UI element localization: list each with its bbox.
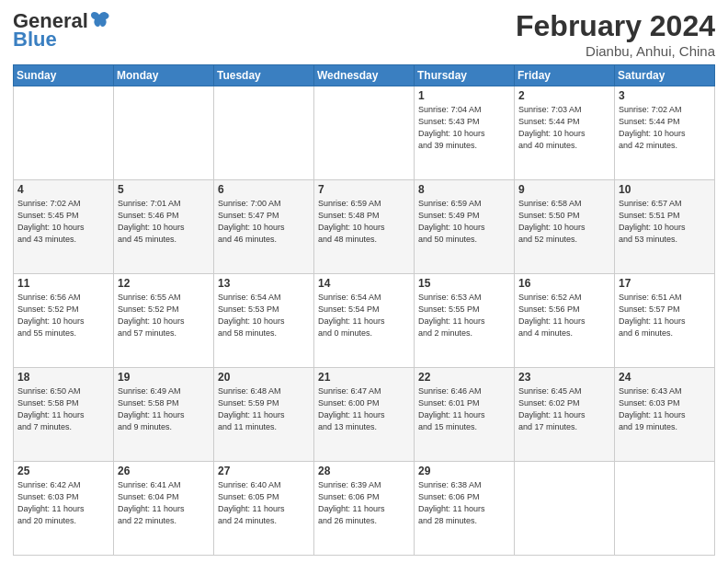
calendar-cell-0-6: 3Sunrise: 7:02 AM Sunset: 5:44 PM Daylig…	[615, 86, 715, 180]
calendar-cell-2-1: 12Sunrise: 6:55 AM Sunset: 5:52 PM Dayli…	[114, 274, 214, 368]
day-info: Sunrise: 6:51 AM Sunset: 5:57 PM Dayligh…	[619, 292, 711, 339]
day-info: Sunrise: 6:49 AM Sunset: 5:58 PM Dayligh…	[118, 385, 210, 433]
day-info: Sunrise: 6:45 AM Sunset: 6:02 PM Dayligh…	[518, 385, 610, 433]
calendar-cell-0-0	[14, 86, 114, 180]
day-info: Sunrise: 6:42 AM Sunset: 6:03 PM Dayligh…	[17, 479, 109, 527]
calendar-cell-2-5: 16Sunrise: 6:52 AM Sunset: 5:56 PM Dayli…	[515, 274, 615, 368]
day-number: 28	[318, 465, 410, 477]
day-info: Sunrise: 7:03 AM Sunset: 5:44 PM Dayligh…	[518, 104, 610, 152]
day-number: 12	[118, 277, 210, 290]
calendar-cell-0-4: 1Sunrise: 7:04 AM Sunset: 5:43 PM Daylig…	[415, 86, 515, 180]
day-info: Sunrise: 6:55 AM Sunset: 5:52 PM Dayligh…	[118, 292, 210, 339]
calendar-week-2: 11Sunrise: 6:56 AM Sunset: 5:52 PM Dayli…	[14, 274, 715, 368]
location: Dianbu, Anhui, China	[516, 43, 715, 59]
col-friday: Friday	[515, 65, 615, 86]
day-number: 23	[518, 371, 610, 384]
calendar-cell-4-0: 25Sunrise: 6:42 AM Sunset: 6:03 PM Dayli…	[14, 462, 114, 556]
calendar-week-1: 4Sunrise: 7:02 AM Sunset: 5:45 PM Daylig…	[14, 180, 715, 274]
day-number: 5	[118, 183, 210, 196]
day-number: 11	[17, 277, 109, 290]
day-number: 29	[418, 465, 510, 477]
day-info: Sunrise: 6:50 AM Sunset: 5:58 PM Dayligh…	[17, 385, 109, 433]
calendar-cell-1-4: 8Sunrise: 6:59 AM Sunset: 5:49 PM Daylig…	[415, 180, 515, 274]
logo-blue-text: Blue	[13, 28, 57, 52]
day-info: Sunrise: 7:04 AM Sunset: 5:43 PM Dayligh…	[418, 104, 510, 152]
calendar-cell-3-4: 22Sunrise: 6:46 AM Sunset: 6:01 PM Dayli…	[415, 368, 515, 462]
day-info: Sunrise: 6:52 AM Sunset: 5:56 PM Dayligh…	[518, 292, 610, 339]
day-number: 20	[218, 371, 310, 384]
day-info: Sunrise: 6:43 AM Sunset: 6:03 PM Dayligh…	[619, 385, 711, 433]
calendar-cell-3-5: 23Sunrise: 6:45 AM Sunset: 6:02 PM Dayli…	[515, 368, 615, 462]
logo-bird-icon	[90, 11, 110, 28]
day-number: 7	[318, 183, 410, 196]
day-info: Sunrise: 6:40 AM Sunset: 6:05 PM Dayligh…	[218, 479, 310, 527]
calendar-cell-2-0: 11Sunrise: 6:56 AM Sunset: 5:52 PM Dayli…	[14, 274, 114, 368]
day-number: 2	[518, 89, 610, 102]
day-info: Sunrise: 6:47 AM Sunset: 6:00 PM Dayligh…	[318, 385, 410, 433]
day-number: 15	[418, 277, 510, 290]
logo: General Blue	[13, 9, 110, 52]
day-number: 24	[619, 371, 711, 384]
day-number: 25	[17, 465, 109, 477]
calendar-week-0: 1Sunrise: 7:04 AM Sunset: 5:43 PM Daylig…	[14, 86, 715, 180]
day-number: 18	[17, 371, 109, 384]
day-number: 3	[619, 89, 711, 102]
day-info: Sunrise: 6:48 AM Sunset: 5:59 PM Dayligh…	[218, 385, 310, 433]
day-number: 17	[619, 277, 711, 290]
day-info: Sunrise: 6:46 AM Sunset: 6:01 PM Dayligh…	[418, 385, 510, 433]
calendar-cell-4-6	[615, 462, 715, 556]
day-number: 21	[318, 371, 410, 384]
day-info: Sunrise: 7:01 AM Sunset: 5:46 PM Dayligh…	[118, 198, 210, 246]
day-number: 22	[418, 371, 510, 384]
day-number: 1	[418, 89, 510, 102]
day-number: 8	[418, 183, 510, 196]
day-info: Sunrise: 6:57 AM Sunset: 5:51 PM Dayligh…	[619, 198, 711, 246]
calendar-cell-1-5: 9Sunrise: 6:58 AM Sunset: 5:50 PM Daylig…	[515, 180, 615, 274]
day-info: Sunrise: 6:59 AM Sunset: 5:48 PM Dayligh…	[318, 198, 410, 246]
col-wednesday: Wednesday	[314, 65, 415, 86]
calendar-table: Sunday Monday Tuesday Wednesday Thursday…	[13, 64, 715, 556]
day-number: 10	[619, 183, 711, 196]
calendar-week-3: 18Sunrise: 6:50 AM Sunset: 5:58 PM Dayli…	[14, 368, 715, 462]
calendar-cell-0-1	[114, 86, 214, 180]
calendar-cell-2-4: 15Sunrise: 6:53 AM Sunset: 5:55 PM Dayli…	[415, 274, 515, 368]
col-sunday: Sunday	[14, 65, 114, 86]
calendar-cell-1-3: 7Sunrise: 6:59 AM Sunset: 5:48 PM Daylig…	[314, 180, 415, 274]
col-monday: Monday	[114, 65, 214, 86]
calendar-cell-4-5	[515, 462, 615, 556]
calendar-cell-4-4: 29Sunrise: 6:38 AM Sunset: 6:06 PM Dayli…	[415, 462, 515, 556]
calendar-cell-3-3: 21Sunrise: 6:47 AM Sunset: 6:00 PM Dayli…	[314, 368, 415, 462]
calendar-header-row: Sunday Monday Tuesday Wednesday Thursday…	[14, 65, 715, 86]
day-number: 16	[518, 277, 610, 290]
day-info: Sunrise: 6:38 AM Sunset: 6:06 PM Dayligh…	[418, 479, 510, 527]
col-tuesday: Tuesday	[214, 65, 314, 86]
day-info: Sunrise: 7:00 AM Sunset: 5:47 PM Dayligh…	[218, 198, 310, 246]
calendar-cell-2-6: 17Sunrise: 6:51 AM Sunset: 5:57 PM Dayli…	[615, 274, 715, 368]
col-thursday: Thursday	[415, 65, 515, 86]
day-info: Sunrise: 6:41 AM Sunset: 6:04 PM Dayligh…	[118, 479, 210, 527]
title-block: February 2024 Dianbu, Anhui, China	[516, 9, 715, 59]
calendar-cell-0-5: 2Sunrise: 7:03 AM Sunset: 5:44 PM Daylig…	[515, 86, 615, 180]
day-number: 9	[518, 183, 610, 196]
day-info: Sunrise: 6:39 AM Sunset: 6:06 PM Dayligh…	[318, 479, 410, 527]
calendar-cell-2-2: 13Sunrise: 6:54 AM Sunset: 5:53 PM Dayli…	[214, 274, 314, 368]
day-info: Sunrise: 6:53 AM Sunset: 5:55 PM Dayligh…	[418, 292, 510, 339]
calendar-cell-4-1: 26Sunrise: 6:41 AM Sunset: 6:04 PM Dayli…	[114, 462, 214, 556]
page: General Blue February 2024 Dianbu, Anhui…	[0, 0, 728, 563]
calendar-cell-3-0: 18Sunrise: 6:50 AM Sunset: 5:58 PM Dayli…	[14, 368, 114, 462]
day-number: 4	[17, 183, 109, 196]
calendar-cell-0-3	[314, 86, 415, 180]
day-info: Sunrise: 7:02 AM Sunset: 5:45 PM Dayligh…	[17, 198, 109, 246]
calendar-cell-3-1: 19Sunrise: 6:49 AM Sunset: 5:58 PM Dayli…	[114, 368, 214, 462]
calendar-cell-2-3: 14Sunrise: 6:54 AM Sunset: 5:54 PM Dayli…	[314, 274, 415, 368]
day-number: 14	[318, 277, 410, 290]
calendar-cell-3-2: 20Sunrise: 6:48 AM Sunset: 5:59 PM Dayli…	[214, 368, 314, 462]
calendar-week-4: 25Sunrise: 6:42 AM Sunset: 6:03 PM Dayli…	[14, 462, 715, 556]
col-saturday: Saturday	[615, 65, 715, 86]
day-number: 27	[218, 465, 310, 477]
month-year: February 2024	[516, 9, 715, 43]
day-info: Sunrise: 6:54 AM Sunset: 5:54 PM Dayligh…	[318, 292, 410, 339]
calendar-cell-4-2: 27Sunrise: 6:40 AM Sunset: 6:05 PM Dayli…	[214, 462, 314, 556]
day-info: Sunrise: 6:59 AM Sunset: 5:49 PM Dayligh…	[418, 198, 510, 246]
calendar-cell-4-3: 28Sunrise: 6:39 AM Sunset: 6:06 PM Dayli…	[314, 462, 415, 556]
